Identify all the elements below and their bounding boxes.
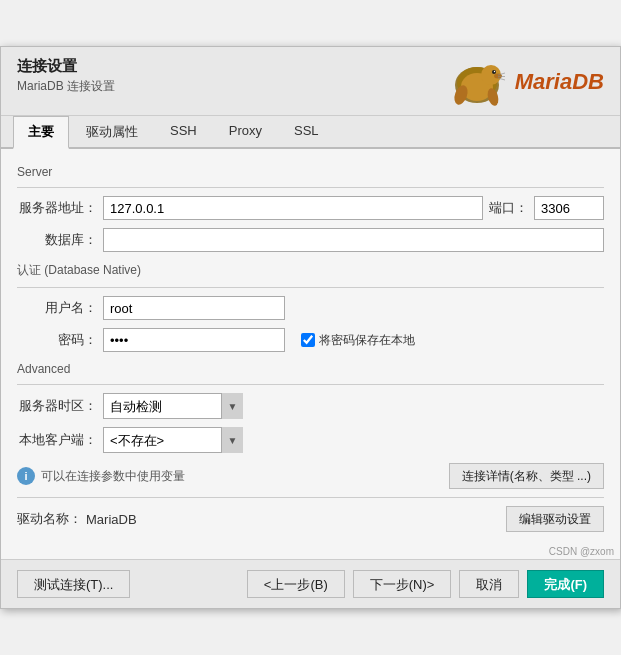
cancel-button[interactable]: 取消	[459, 570, 519, 598]
advanced-section-label: Advanced	[17, 362, 604, 376]
database-row: 数据库：	[17, 228, 604, 252]
server-divider	[17, 187, 604, 188]
dialog-subtitle: MariaDB 连接设置	[17, 78, 115, 95]
driver-name-value: MariaDB	[86, 512, 137, 527]
test-connection-button[interactable]: 测试连接(T)...	[17, 570, 130, 598]
client-select[interactable]: <不存在>	[103, 427, 243, 453]
watermark: CSDN @zxom	[1, 544, 620, 559]
timezone-select[interactable]: 自动检测	[103, 393, 243, 419]
tab-bar: 主要 驱动属性 SSH Proxy SSL	[1, 116, 620, 149]
connection-details-button[interactable]: 连接详情(名称、类型 ...)	[449, 463, 604, 489]
client-label: 本地客户端：	[17, 431, 97, 449]
tab-proxy[interactable]: Proxy	[214, 116, 277, 149]
server-section-label: Server	[17, 165, 604, 179]
save-password-label[interactable]: 将密码保存在本地	[319, 332, 415, 349]
driver-row: 驱动名称： MariaDB 编辑驱动设置	[17, 506, 604, 532]
prev-step-button[interactable]: <上一步(B)	[247, 570, 345, 598]
client-row: 本地客户端： <不存在> ▼	[17, 427, 604, 453]
host-port-row: 服务器地址： 端口：	[17, 196, 604, 220]
port-label: 端口：	[489, 199, 528, 217]
footer-right-buttons: <上一步(B) 下一步(N)> 取消 完成(F)	[247, 570, 604, 598]
password-label: 密码：	[17, 331, 97, 349]
username-input[interactable]	[103, 296, 285, 320]
username-row: 用户名：	[17, 296, 604, 320]
info-left: i 可以在连接参数中使用变量	[17, 467, 185, 485]
svg-point-5	[494, 71, 495, 72]
host-input[interactable]	[103, 196, 483, 220]
mariadb-logo-text: MariaDB	[515, 69, 604, 95]
auth-divider	[17, 287, 604, 288]
dialog-header: 连接设置 MariaDB 连接设置	[1, 47, 620, 116]
driver-name-label: 驱动名称：	[17, 510, 82, 528]
svg-point-4	[492, 70, 496, 74]
title-block: 连接设置 MariaDB 连接设置	[17, 57, 115, 95]
footer-left-buttons: 测试连接(T)...	[17, 570, 130, 598]
dialog-body: Server 服务器地址： 端口： 数据库： 认证 (Database Nati…	[1, 149, 620, 544]
password-input[interactable]	[103, 328, 285, 352]
mariadb-seal-icon	[447, 57, 507, 107]
auth-section-label: 认证 (Database Native)	[17, 262, 604, 279]
password-row: 密码： 将密码保存在本地	[17, 328, 604, 352]
port-input[interactable]	[534, 196, 604, 220]
host-label: 服务器地址：	[17, 199, 97, 217]
edit-driver-button[interactable]: 编辑驱动设置	[506, 506, 604, 532]
db-input[interactable]	[103, 228, 604, 252]
save-password-checkbox[interactable]	[301, 333, 315, 347]
tab-driver-props[interactable]: 驱动属性	[71, 116, 153, 149]
info-text: 可以在连接参数中使用变量	[41, 468, 185, 485]
driver-divider	[17, 497, 604, 498]
info-icon: i	[17, 467, 35, 485]
driver-left: 驱动名称： MariaDB	[17, 510, 137, 528]
dialog-footer: 测试连接(T)... <上一步(B) 下一步(N)> 取消 完成(F)	[1, 559, 620, 608]
finish-button[interactable]: 完成(F)	[527, 570, 604, 598]
tab-ssl[interactable]: SSL	[279, 116, 334, 149]
timezone-label: 服务器时区：	[17, 397, 97, 415]
dialog-title: 连接设置	[17, 57, 115, 76]
logo-area: MariaDB	[447, 57, 604, 107]
advanced-divider	[17, 384, 604, 385]
user-label: 用户名：	[17, 299, 97, 317]
timezone-select-wrapper: 自动检测 ▼	[103, 393, 243, 419]
info-row: i 可以在连接参数中使用变量 连接详情(名称、类型 ...)	[17, 463, 604, 489]
timezone-row: 服务器时区： 自动检测 ▼	[17, 393, 604, 419]
client-select-wrapper: <不存在> ▼	[103, 427, 243, 453]
next-step-button[interactable]: 下一步(N)>	[353, 570, 452, 598]
tab-main[interactable]: 主要	[13, 116, 69, 149]
save-password-row: 将密码保存在本地	[301, 332, 415, 349]
connection-dialog: 连接设置 MariaDB 连接设置	[0, 46, 621, 609]
db-label: 数据库：	[17, 231, 97, 249]
tab-ssh[interactable]: SSH	[155, 116, 212, 149]
